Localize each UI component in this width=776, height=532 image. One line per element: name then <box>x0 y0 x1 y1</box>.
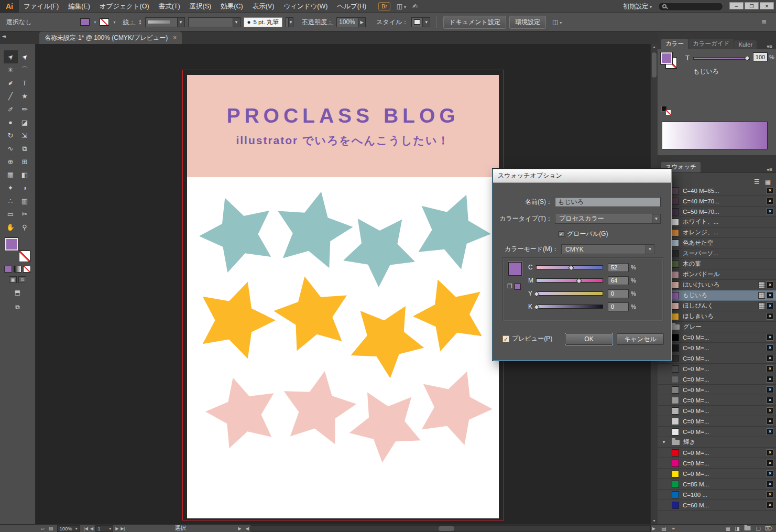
tint-value-field[interactable]: 100 <box>753 52 768 61</box>
control-panel-menu-icon[interactable]: ≣ <box>761 18 767 26</box>
swatch-options-dialog[interactable]: スウォッチオプション 名前(S)： カラータイプ(T)： プロセスカラー ▼ ✓… <box>493 169 672 361</box>
pen-tool[interactable]: ✒ <box>4 77 18 90</box>
star-shape[interactable] <box>422 372 493 446</box>
star-shape[interactable] <box>351 306 424 378</box>
swatch-row[interactable]: 木の葉 <box>658 259 776 269</box>
status-icon-left[interactable]: ▱ <box>41 526 45 531</box>
scroll-up-icon[interactable]: ▲ <box>651 44 658 50</box>
swatch-libraries-icon[interactable]: ▤ <box>661 526 666 531</box>
minimize-button[interactable]: ━ <box>729 2 744 9</box>
swatch-row[interactable]: C=0 M=...✕ <box>658 385 776 395</box>
menubar-menu-item[interactable]: オブジェクト(O) <box>95 0 154 13</box>
menubar-menu-item[interactable]: 編集(E) <box>63 0 95 13</box>
menubar-menu-item[interactable]: 書式(T) <box>154 0 185 13</box>
brush-definition-combo[interactable]: ●5 pt. 丸筆 <box>244 17 283 27</box>
stroke-weight-combo[interactable]: ▼ <box>145 17 185 27</box>
close-icon[interactable]: × <box>173 34 177 41</box>
hand-tool[interactable]: ✋ <box>4 221 18 234</box>
channel-value-field[interactable]: 52 <box>608 263 629 272</box>
swatch-row[interactable]: C=0 M=...✕ <box>658 448 776 458</box>
artboard-tool[interactable]: ▭ <box>4 208 18 221</box>
eraser-tool[interactable]: ◪ <box>18 116 32 129</box>
channel-slider[interactable] <box>536 305 603 309</box>
swatch-kinds-icon[interactable]: ▦ <box>726 526 730 531</box>
scroll-down-icon[interactable]: ▼ <box>651 518 658 524</box>
swatch-row[interactable]: ほしきいろ✕ <box>658 311 776 322</box>
prev-artboard-icon[interactable]: ◀ <box>90 526 93 531</box>
swatch-options-icon[interactable]: ◨ <box>735 526 739 531</box>
document-tab[interactable]: 名称未設定-1* @ 100% (CMYK/プレビュー) × <box>39 31 182 44</box>
style-combo[interactable]: ▼ <box>411 17 430 27</box>
search-input[interactable] <box>658 2 723 11</box>
perspective-grid-tool[interactable]: ⊞ <box>18 155 32 168</box>
column-graph-tool[interactable]: ▥ <box>18 194 32 208</box>
tint-slider[interactable] <box>693 57 750 60</box>
stroke-color-swatch[interactable] <box>100 18 109 26</box>
color-panel-tab[interactable]: カラーガイド <box>688 39 734 49</box>
default-swatches-icon[interactable] <box>661 106 674 116</box>
swatch-row[interactable]: ほしぴんく✕ <box>658 301 776 311</box>
first-artboard-icon[interactable]: |◀ <box>84 526 88 531</box>
collapse-panels-icon[interactable]: ◂◂ <box>2 34 5 39</box>
dialog-titlebar[interactable]: スウォッチオプション <box>493 169 671 183</box>
gradient-mode-button[interactable] <box>14 266 21 273</box>
cs-live-icon[interactable]: ✍ <box>412 3 418 10</box>
zoom-combo[interactable]: 100%▾ <box>57 525 79 532</box>
grid-view-icon[interactable]: ▦ <box>765 178 771 186</box>
swatch-row[interactable]: C=60 M...✕ <box>658 500 776 511</box>
star-shape-tool[interactable]: ★ <box>18 90 32 103</box>
draw-behind-icon[interactable]: ⧅ <box>18 276 26 283</box>
toolbar-extra-icon[interactable]: ⧉ <box>0 302 35 312</box>
star-shape[interactable] <box>343 219 415 287</box>
swatch-row[interactable]: C=0 M=...✕ <box>658 353 776 364</box>
symbol-sprayer-tool[interactable]: ∴ <box>4 194 18 208</box>
horizontal-scrollbar[interactable] <box>250 525 651 532</box>
draw-normal-icon[interactable]: ▣ <box>9 276 17 283</box>
lasso-tool[interactable]: ⌒ <box>18 63 32 77</box>
tint-slider-handle[interactable] <box>744 55 750 61</box>
swatch-row[interactable]: C=40 M=70...✕ <box>658 196 776 207</box>
swatch-row[interactable]: グレー <box>658 322 776 332</box>
width-tool[interactable]: ∿ <box>4 142 18 155</box>
swatch-row[interactable]: スーパーソ... <box>658 248 776 259</box>
star-shape[interactable] <box>205 377 274 448</box>
star-shape[interactable] <box>199 198 271 273</box>
restore-button[interactable]: ❐ <box>745 2 759 9</box>
blob-brush-tool[interactable]: ● <box>4 116 18 129</box>
swatch-row[interactable]: もじいろ✕ <box>658 290 776 301</box>
paintbrush-tool[interactable]: ✑ <box>4 103 18 116</box>
free-transform-tool[interactable]: ⧉ <box>18 142 32 155</box>
color-mode-button[interactable] <box>4 266 12 273</box>
menubar-menu-item[interactable]: 表示(V) <box>248 0 279 13</box>
swatch-row[interactable]: ボンパドール <box>658 269 776 280</box>
status-expand-icon[interactable]: ▶ <box>238 526 242 531</box>
scroll-left-icon[interactable]: ◀ <box>246 526 249 531</box>
artboard-number-field[interactable]: 1▾ <box>95 525 113 532</box>
panel-menu-icon[interactable]: ▾≡ <box>767 44 772 49</box>
fill-swatch[interactable] <box>661 52 672 64</box>
slider-handle[interactable] <box>568 265 574 270</box>
stroke-swatch[interactable] <box>19 251 30 262</box>
name-input[interactable] <box>555 197 661 207</box>
brush-combo-arrow[interactable]: ▼ <box>286 17 293 27</box>
type-tool[interactable]: T <box>18 77 32 90</box>
disclosure-triangle-icon[interactable]: ▾ <box>663 440 672 444</box>
swatch-row[interactable]: C=0 M=...✕ <box>658 395 776 406</box>
blend-tool[interactable]: ◑ <box>18 181 32 194</box>
zoom-tool[interactable]: ⚲ <box>18 221 32 234</box>
ok-button[interactable]: OK <box>565 333 613 345</box>
swatch-link-icon[interactable]: ⚭ <box>671 526 675 531</box>
bridge-button[interactable]: Br <box>378 2 390 10</box>
swatch-row[interactable]: C=0 M=...✕ <box>658 458 776 469</box>
delete-swatch-icon[interactable]: ⌦ <box>765 526 772 531</box>
swatch-row[interactable]: 色あせた空 <box>658 238 776 248</box>
swatch-row[interactable]: C=0 M=...✕ <box>658 469 776 479</box>
pencil-tool[interactable]: ✎ <box>18 103 32 116</box>
swatch-row[interactable]: ▾輝き <box>658 437 776 448</box>
vertical-scroll-thumb[interactable] <box>652 52 657 78</box>
mesh-tool[interactable]: ▦ <box>4 168 18 181</box>
star-shape[interactable] <box>418 195 490 269</box>
gamut-warning[interactable]: ❒ <box>507 283 521 290</box>
color-panel-tab[interactable]: Kuler <box>734 40 757 49</box>
swatch-row[interactable]: C=50 M=70...✕ <box>658 207 776 217</box>
